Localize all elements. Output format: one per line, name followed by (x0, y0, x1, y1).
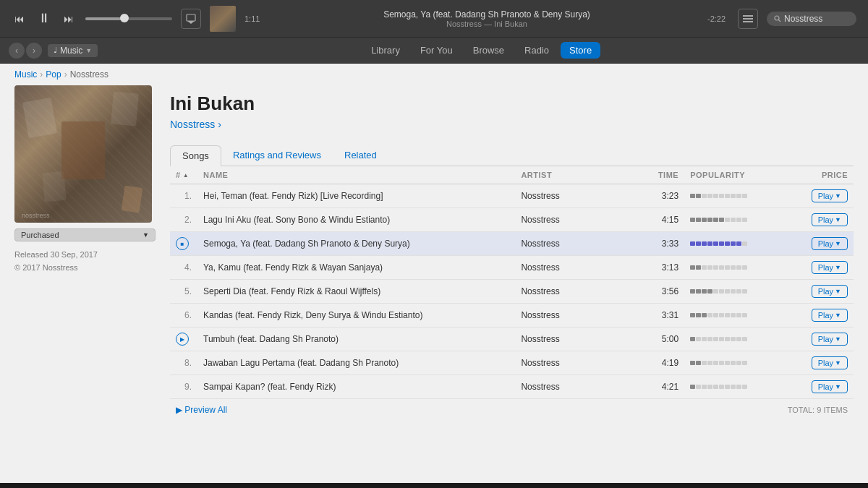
song-name[interactable]: Sampai Kapan? (feat. Fendy Rizk) (197, 375, 515, 399)
nav-tabs: Library For You Browse Radio Store (103, 42, 859, 59)
table-row: ■Semoga, Ya (feat. Dadang Sh Pranoto & D… (170, 232, 854, 256)
song-popularity (684, 375, 784, 399)
songs-container: # ▲ NAME ARTIST TIME POPULARITY PRICE (170, 166, 854, 421)
song-name[interactable]: Seperti Dia (feat. Fendy Rizk & Raoul Wi… (197, 280, 515, 304)
breadcrumb-current: Nosstress (70, 69, 109, 80)
play-button[interactable]: Play ▼ (812, 285, 848, 298)
tab-store[interactable]: Store (561, 42, 600, 59)
tab-for-you[interactable]: For You (412, 42, 461, 59)
play-button[interactable]: Play ▼ (812, 333, 848, 346)
song-name[interactable]: Ya, Kamu (feat. Fendy Rizk & Wayan Sanja… (197, 256, 515, 280)
now-playing-title: Semoga, Ya (feat. Dadang Sh Pranoto & De… (275, 9, 699, 20)
tab-songs[interactable]: Songs (170, 145, 221, 166)
transport-bar: ⏮ ⏸ ⏭ 1:11 Semoga, Ya (feat. Dadang Sh P… (0, 0, 868, 38)
playing-icon[interactable]: ■ (176, 237, 189, 250)
song-name[interactable]: Tumbuh (feat. Dadang Sh Pranoto) (197, 328, 515, 351)
song-artist: Nosstress (515, 184, 634, 208)
song-popularity (684, 280, 784, 304)
svg-rect-3 (743, 21, 753, 22)
play-button[interactable]: Play ▼ (812, 356, 848, 369)
song-artist: Nosstress (515, 375, 634, 399)
album-title: Ini Bukan (170, 93, 854, 115)
progress-bar[interactable] (85, 17, 172, 20)
song-price[interactable]: Play ▼ (784, 351, 854, 375)
purchased-label: Purchased (21, 231, 59, 239)
progress-knob[interactable] (120, 14, 129, 22)
song-time: 3:33 (634, 232, 684, 256)
col-header-num: # ▲ (170, 166, 197, 184)
song-popularity (684, 256, 784, 280)
music-selector-label: Music (60, 46, 82, 56)
tab-ratings[interactable]: Ratings and Reviews (221, 145, 333, 166)
song-name[interactable]: Semoga, Ya (feat. Dadang Sh Pranoto & De… (197, 232, 515, 256)
play-button[interactable]: Play ▼ (812, 309, 848, 322)
song-price[interactable]: Play ▼ (784, 375, 854, 399)
song-number: 6. (170, 304, 197, 328)
song-name[interactable]: Kandas (feat. Fendy Rizk, Deny Surya & W… (197, 304, 515, 328)
sort-triangle: ▲ (183, 172, 189, 179)
now-playing-info: Semoga, Ya (feat. Dadang Sh Pranoto & De… (275, 9, 699, 28)
svg-rect-2 (743, 18, 753, 20)
search-input[interactable] (784, 14, 849, 24)
music-selector[interactable]: ♩ Music ▼ (48, 44, 98, 57)
song-name[interactable]: Hei, Teman (feat. Fendy Rizk) [Live Reco… (197, 184, 515, 208)
play-button[interactable]: Play ▼ (812, 189, 848, 202)
nav-arrows: ‹ › (9, 43, 42, 59)
play-button[interactable]: Play ▼ (812, 237, 848, 250)
fast-forward-button[interactable]: ⏭ (61, 12, 77, 26)
song-price[interactable]: Play ▼ (784, 280, 854, 304)
play-icon[interactable]: ▶ (176, 333, 189, 346)
play-button[interactable]: Play ▼ (812, 261, 848, 274)
breadcrumb-pop[interactable]: Pop (46, 69, 61, 80)
tab-browse[interactable]: Browse (464, 42, 513, 59)
pause-button[interactable]: ⏸ (35, 9, 54, 27)
back-button[interactable]: ‹ (9, 43, 25, 59)
song-price[interactable]: Play ▼ (784, 304, 854, 328)
breadcrumb-music[interactable]: Music (14, 69, 37, 80)
tab-library[interactable]: Library (362, 42, 409, 59)
table-row: 8.Jawaban Lagu Pertama (feat. Dadang Sh … (170, 351, 854, 375)
search-box[interactable] (767, 12, 856, 26)
breadcrumb-sep-1: › (40, 69, 43, 80)
song-price[interactable]: Play ▼ (784, 184, 854, 208)
songs-table: # ▲ NAME ARTIST TIME POPULARITY PRICE (170, 166, 854, 399)
rewind-button[interactable]: ⏮ (12, 12, 27, 26)
song-popularity (684, 351, 784, 375)
purchased-button[interactable]: Purchased ▼ (14, 228, 156, 241)
release-info: Released 30 Sep, 2017 © 2017 Nosstress (14, 249, 156, 274)
queue-button[interactable] (738, 9, 758, 29)
song-artist: Nosstress (515, 304, 634, 328)
song-price[interactable]: Play ▼ (784, 208, 854, 232)
transport-controls: ⏮ ⏸ ⏭ (12, 9, 77, 27)
song-popularity (684, 232, 784, 256)
song-number: ▶ (170, 328, 197, 351)
song-name[interactable]: Jawaban Lagu Pertama (feat. Dadang Sh Pr… (197, 351, 515, 375)
song-artist: Nosstress (515, 328, 634, 351)
song-price[interactable]: Play ▼ (784, 328, 854, 351)
song-name[interactable]: Lagu Ini Aku (feat. Sony Bono & Windu Es… (197, 208, 515, 232)
col-header-name[interactable]: NAME (197, 166, 515, 184)
song-number: 5. (170, 280, 197, 304)
tab-radio[interactable]: Radio (516, 42, 558, 59)
song-price[interactable]: Play ▼ (784, 232, 854, 256)
airplay-button[interactable] (181, 9, 201, 29)
forward-button[interactable]: › (26, 43, 42, 59)
progress-fill (85, 17, 124, 20)
table-row: 6.Kandas (feat. Fendy Rizk, Deny Surya &… (170, 304, 854, 328)
preview-all-button[interactable]: ▶ Preview All (170, 402, 233, 418)
album-layout: nosstress Purchased ▼ Released 30 Sep, 2… (0, 85, 868, 421)
released-text: Released 30 Sep, 2017 (14, 249, 156, 262)
table-row: 4.Ya, Kamu (feat. Fendy Rizk & Wayan San… (170, 256, 854, 280)
album-artist[interactable]: Nosstress › (170, 119, 221, 130)
song-number: 1. (170, 184, 197, 208)
col-header-time: TIME (634, 166, 684, 184)
song-price[interactable]: Play ▼ (784, 256, 854, 280)
song-artist: Nosstress (515, 208, 634, 232)
song-time: 3:13 (634, 256, 684, 280)
play-button[interactable]: Play ▼ (812, 213, 848, 226)
song-time: 4:19 (634, 351, 684, 375)
tab-related[interactable]: Related (333, 145, 388, 166)
album-art: nosstress (14, 85, 152, 223)
play-button[interactable]: Play ▼ (812, 380, 848, 393)
nav-bar: ‹ › ♩ Music ▼ Library For You Browse Rad… (0, 38, 868, 64)
